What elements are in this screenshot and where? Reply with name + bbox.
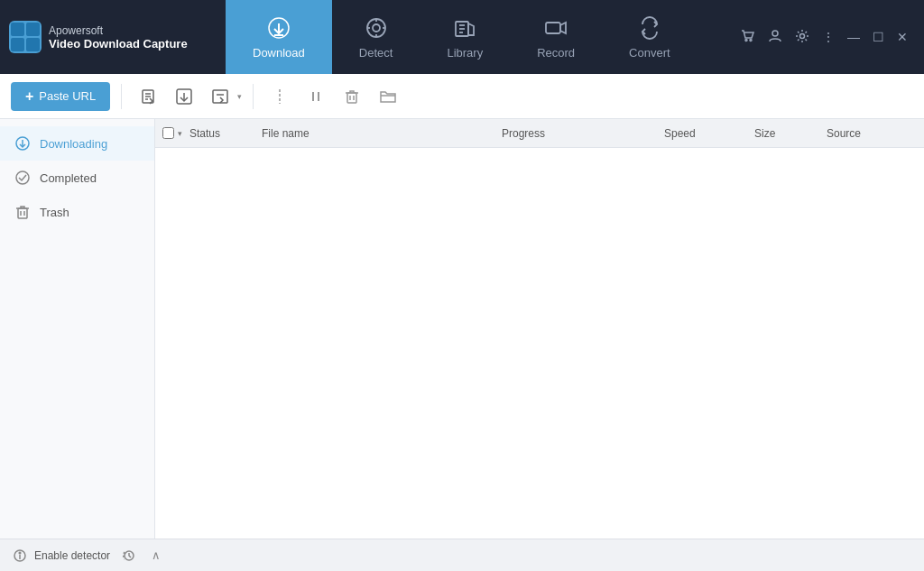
user-icon[interactable] bbox=[764, 25, 786, 50]
downloading-icon bbox=[14, 135, 31, 152]
cart-icon[interactable] bbox=[737, 25, 759, 50]
nav-tabs: Download Detect Library bbox=[226, 0, 737, 74]
completed-icon bbox=[14, 170, 31, 186]
minimize-button[interactable]: — bbox=[844, 26, 864, 48]
status-chevron-up[interactable]: ∧ bbox=[148, 547, 164, 564]
th-speed: Speed bbox=[664, 127, 754, 140]
sidebar-trash-label: Trash bbox=[40, 206, 69, 219]
close-button[interactable]: ✕ bbox=[893, 26, 911, 48]
table-header: ▾ Status File name Progress Speed Size S… bbox=[155, 119, 924, 148]
th-size: Size bbox=[754, 127, 827, 140]
sidebar-item-trash[interactable]: Trash bbox=[0, 195, 154, 229]
options-split-button[interactable]: ▾ bbox=[205, 83, 242, 110]
trash-icon bbox=[14, 204, 31, 220]
delete-button[interactable] bbox=[337, 83, 367, 110]
th-source: Source bbox=[827, 127, 917, 140]
options-icon bbox=[211, 87, 229, 106]
th-filename: File name bbox=[262, 127, 502, 140]
svg-rect-38 bbox=[347, 93, 356, 103]
download-url-button[interactable] bbox=[169, 83, 199, 110]
paste-url-plus: + bbox=[25, 88, 33, 105]
record-nav-icon bbox=[543, 15, 568, 41]
th-checkbox[interactable]: ▾ bbox=[162, 127, 189, 139]
main-content: Downloading Completed Trash bbox=[0, 119, 924, 539]
sidebar: Downloading Completed Trash bbox=[0, 119, 155, 539]
svg-point-25 bbox=[772, 31, 778, 36]
tab-download[interactable]: Download bbox=[226, 0, 332, 74]
pause-button[interactable] bbox=[300, 83, 331, 110]
sidebar-completed-label: Completed bbox=[40, 171, 97, 185]
th-checkbox-arrow[interactable]: ▾ bbox=[178, 129, 182, 138]
select-all-checkbox[interactable] bbox=[162, 127, 174, 139]
app-logo-icon bbox=[9, 21, 42, 53]
svg-rect-1 bbox=[11, 23, 24, 36]
logo-area: Apowersoft Video Download Capture bbox=[9, 21, 226, 53]
sidebar-downloading-label: Downloading bbox=[40, 137, 107, 151]
more-icon[interactable]: ⋮ bbox=[818, 26, 838, 48]
download-area: ▾ Status File name Progress Speed Size S… bbox=[155, 119, 924, 539]
svg-point-44 bbox=[16, 171, 29, 184]
history-icon bbox=[122, 548, 136, 563]
svg-rect-2 bbox=[26, 23, 40, 36]
svg-rect-45 bbox=[18, 208, 27, 218]
svg-marker-22 bbox=[560, 23, 566, 33]
statusbar: Enable detector ∧ bbox=[0, 539, 924, 571]
svg-point-50 bbox=[19, 552, 21, 554]
tab-record[interactable]: Record bbox=[510, 0, 602, 74]
tab-download-label: Download bbox=[253, 46, 305, 60]
window-controls: ⋮ — ☐ ✕ bbox=[737, 25, 915, 50]
add-clipboard-button[interactable] bbox=[133, 83, 163, 110]
pin-button[interactable] bbox=[264, 83, 295, 110]
options-main-button[interactable] bbox=[205, 83, 236, 110]
svg-rect-21 bbox=[546, 23, 560, 33]
app-name: Apowersoft bbox=[49, 24, 188, 37]
toolbar: + Paste URL ▾ bbox=[0, 74, 924, 119]
library-nav-icon bbox=[452, 15, 477, 41]
svg-point-24 bbox=[750, 39, 752, 41]
download-nav-icon bbox=[266, 15, 291, 41]
svg-rect-33 bbox=[213, 90, 227, 103]
tab-detect[interactable]: Detect bbox=[332, 0, 420, 74]
download-url-icon bbox=[175, 87, 193, 106]
pin-icon bbox=[271, 87, 289, 106]
toolbar-divider-2 bbox=[253, 84, 254, 109]
maximize-button[interactable]: ☐ bbox=[869, 26, 888, 48]
folder-icon bbox=[379, 87, 397, 106]
enable-detector-button[interactable]: Enable detector bbox=[34, 549, 110, 562]
th-status: Status bbox=[189, 127, 262, 140]
paste-url-label: Paste URL bbox=[39, 89, 96, 103]
paste-url-button[interactable]: + Paste URL bbox=[11, 82, 110, 111]
th-progress: Progress bbox=[502, 127, 664, 140]
tab-library[interactable]: Library bbox=[420, 0, 510, 74]
svg-point-11 bbox=[373, 24, 380, 32]
app-title-block: Apowersoft Video Download Capture bbox=[49, 24, 188, 51]
tab-convert[interactable]: Convert bbox=[602, 0, 698, 74]
delete-icon bbox=[343, 87, 361, 106]
sidebar-item-completed[interactable]: Completed bbox=[0, 161, 154, 195]
table-body bbox=[155, 148, 924, 539]
svg-rect-3 bbox=[11, 38, 24, 51]
svg-rect-4 bbox=[26, 38, 40, 51]
svg-marker-17 bbox=[468, 23, 474, 35]
status-history-button[interactable] bbox=[117, 547, 141, 565]
enable-detector-label: Enable detector bbox=[34, 549, 110, 562]
tab-library-label: Library bbox=[447, 46, 483, 60]
svg-point-23 bbox=[745, 39, 747, 41]
options-dropdown-arrow[interactable]: ▾ bbox=[237, 92, 242, 101]
app-subtitle: Video Download Capture bbox=[49, 37, 188, 51]
svg-point-26 bbox=[800, 33, 805, 38]
add-from-clipboard-icon bbox=[139, 87, 157, 106]
convert-nav-icon bbox=[637, 15, 662, 41]
open-folder-button[interactable] bbox=[373, 83, 403, 110]
settings-icon[interactable] bbox=[791, 25, 813, 50]
tab-detect-label: Detect bbox=[359, 46, 393, 60]
pause-icon bbox=[307, 87, 325, 106]
titlebar: Apowersoft Video Download Capture Downlo… bbox=[0, 0, 924, 74]
tab-record-label: Record bbox=[537, 46, 575, 60]
sidebar-item-downloading[interactable]: Downloading bbox=[0, 126, 154, 161]
detector-info-icon bbox=[13, 548, 27, 563]
toolbar-divider-1 bbox=[121, 84, 122, 109]
detect-nav-icon bbox=[364, 15, 389, 41]
tab-convert-label: Convert bbox=[629, 46, 670, 60]
